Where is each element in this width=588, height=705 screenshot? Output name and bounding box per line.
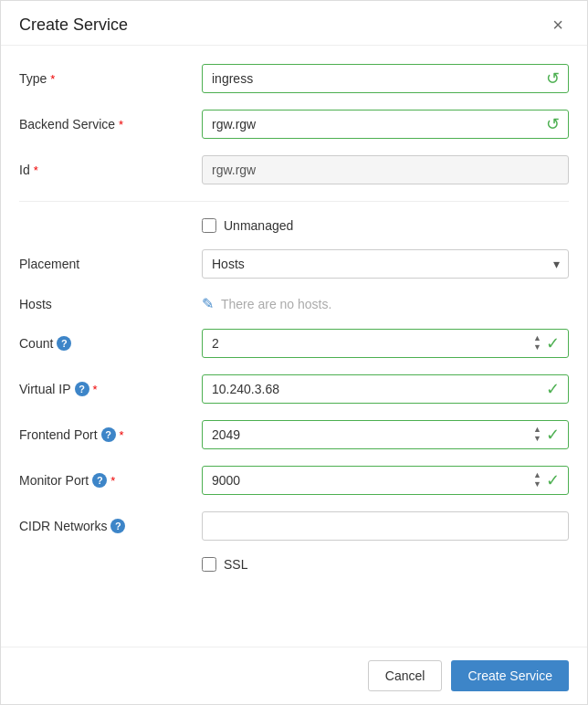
type-row: Type * ↺	[19, 64, 569, 93]
count-field-wrap: ▲ ▼ ✓	[202, 329, 569, 358]
count-check-icon: ✓	[546, 333, 560, 353]
modal-title: Create Service	[19, 16, 128, 35]
type-label: Type *	[19, 71, 202, 86]
frontend-port-input[interactable]	[202, 420, 569, 449]
close-button[interactable]: ×	[547, 14, 569, 36]
ssl-checkbox[interactable]	[202, 557, 216, 572]
virtual-ip-check-icon: ✓	[546, 379, 560, 399]
type-required: *	[50, 72, 55, 86]
monitor-port-row: Monitor Port ? * ▲ ▼ ✓	[19, 466, 569, 495]
backend-service-input[interactable]	[202, 110, 569, 139]
unmanaged-checkbox[interactable]	[202, 218, 216, 233]
backend-service-reset-icon[interactable]: ↺	[546, 114, 560, 134]
unmanaged-row: Unmanaged	[19, 218, 569, 233]
hosts-empty-text: There are no hosts.	[221, 297, 331, 311]
cidr-networks-field-wrap	[202, 511, 569, 541]
modal-header: Create Service ×	[1, 1, 587, 46]
placement-label: Placement	[19, 257, 202, 271]
type-reset-icon[interactable]: ↺	[546, 68, 560, 89]
unmanaged-label[interactable]: Unmanaged	[224, 218, 293, 233]
virtual-ip-field-wrap: ✓	[202, 374, 569, 404]
backend-service-field-wrap: ↺	[202, 110, 569, 139]
monitor-port-check-icon: ✓	[546, 470, 560, 490]
frontend-port-help-icon[interactable]: ?	[101, 427, 116, 442]
hosts-row: Hosts ✎ There are no hosts.	[19, 295, 569, 312]
virtual-ip-label: Virtual IP ? *	[19, 382, 202, 396]
cancel-button[interactable]: Cancel	[368, 660, 443, 691]
create-service-modal: Create Service × Type * ↺ Backend Servic…	[0, 0, 588, 705]
cidr-networks-label: CIDR Networks ?	[19, 519, 202, 533]
backend-service-label: Backend Service *	[19, 117, 202, 132]
id-input	[202, 155, 569, 184]
id-required: *	[34, 163, 38, 177]
frontend-port-spinner: ▲ ▼	[533, 420, 541, 449]
monitor-port-down-button[interactable]: ▼	[533, 480, 541, 489]
monitor-port-required: *	[110, 474, 115, 488]
count-label: Count ?	[19, 336, 202, 351]
virtual-ip-help-icon[interactable]: ?	[75, 382, 89, 396]
id-field-wrap	[202, 155, 569, 184]
virtual-ip-input[interactable]	[202, 374, 569, 404]
placement-row: Placement Hosts	[19, 249, 569, 279]
frontend-port-check-icon: ✓	[546, 425, 560, 445]
virtual-ip-row: Virtual IP ? * ✓	[19, 374, 569, 404]
virtual-ip-required: *	[93, 383, 98, 396]
cidr-networks-row: CIDR Networks ?	[19, 511, 569, 541]
frontend-port-field-wrap: ▲ ▼ ✓	[202, 420, 569, 449]
monitor-port-label: Monitor Port ? *	[19, 473, 202, 488]
frontend-port-required: *	[120, 428, 124, 442]
hosts-edit-icon[interactable]: ✎	[202, 295, 214, 312]
count-help-icon[interactable]: ?	[57, 336, 71, 351]
divider-1	[19, 201, 569, 202]
modal-footer: Cancel Create Service	[1, 647, 587, 704]
backend-service-row: Backend Service * ↺	[19, 110, 569, 139]
modal-body: Type * ↺ Backend Service * ↺ Id *	[1, 46, 587, 647]
hosts-content: ✎ There are no hosts.	[202, 295, 569, 312]
monitor-port-field-wrap: ▲ ▼ ✓	[202, 466, 569, 495]
count-spinner: ▲ ▼	[533, 329, 541, 358]
frontend-port-label: Frontend Port ? *	[19, 427, 202, 442]
frontend-port-down-button[interactable]: ▼	[533, 435, 541, 444]
type-field-wrap: ↺	[202, 64, 569, 93]
create-service-button[interactable]: Create Service	[451, 660, 569, 691]
count-input[interactable]	[202, 329, 569, 358]
backend-service-required: *	[119, 118, 123, 132]
ssl-row: SSL	[19, 557, 569, 572]
monitor-port-input[interactable]	[202, 466, 569, 495]
count-row: Count ? ▲ ▼ ✓	[19, 329, 569, 358]
monitor-port-help-icon[interactable]: ?	[92, 473, 107, 488]
cidr-networks-input[interactable]	[202, 511, 569, 541]
count-down-button[interactable]: ▼	[533, 343, 541, 352]
hosts-label: Hosts	[19, 297, 202, 311]
type-input[interactable]	[202, 64, 569, 93]
id-label: Id *	[19, 163, 202, 177]
ssl-label[interactable]: SSL	[224, 557, 247, 572]
placement-select-wrap: Hosts	[202, 249, 569, 279]
monitor-port-spinner: ▲ ▼	[533, 466, 541, 495]
frontend-port-row: Frontend Port ? * ▲ ▼ ✓	[19, 420, 569, 449]
id-row: Id *	[19, 155, 569, 184]
placement-select[interactable]: Hosts	[202, 249, 569, 279]
cidr-networks-help-icon[interactable]: ?	[110, 519, 125, 533]
